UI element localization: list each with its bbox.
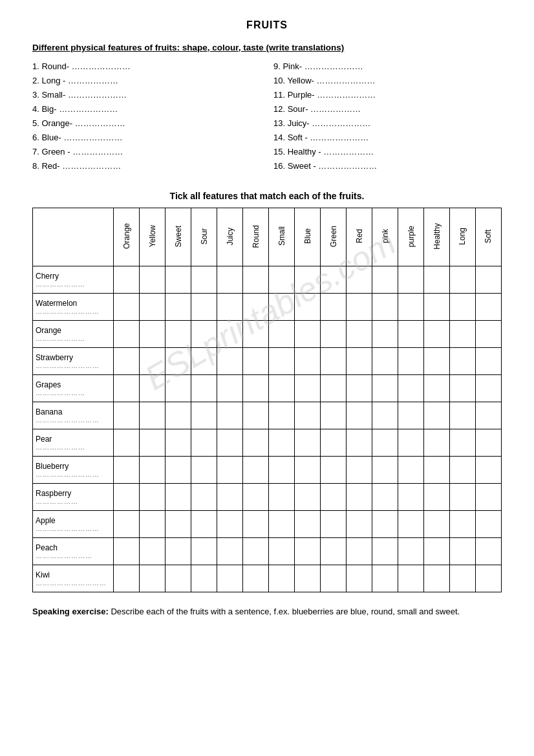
tick-cell[interactable]	[269, 484, 295, 511]
tick-cell[interactable]	[424, 348, 450, 375]
tick-cell[interactable]	[398, 538, 424, 565]
tick-cell[interactable]	[347, 375, 372, 402]
tick-cell[interactable]	[372, 375, 398, 402]
tick-cell[interactable]	[295, 565, 321, 592]
tick-cell[interactable]	[243, 511, 269, 538]
tick-cell[interactable]	[450, 348, 476, 375]
tick-cell[interactable]	[191, 348, 217, 375]
tick-cell[interactable]	[191, 294, 217, 321]
tick-cell[interactable]	[372, 266, 398, 294]
tick-cell[interactable]	[243, 375, 269, 402]
tick-cell[interactable]	[475, 348, 501, 375]
tick-cell[interactable]	[114, 457, 140, 484]
tick-cell[interactable]	[398, 375, 424, 402]
tick-cell[interactable]	[269, 266, 295, 294]
tick-cell[interactable]	[140, 348, 166, 375]
tick-cell[interactable]	[347, 348, 372, 375]
tick-cell[interactable]	[450, 538, 476, 565]
tick-cell[interactable]	[295, 402, 321, 429]
tick-cell[interactable]	[321, 429, 347, 457]
tick-cell[interactable]	[269, 429, 295, 457]
tick-cell[interactable]	[269, 538, 295, 565]
tick-cell[interactable]	[166, 484, 191, 511]
tick-cell[interactable]	[114, 348, 140, 375]
tick-cell[interactable]	[424, 484, 450, 511]
tick-cell[interactable]	[424, 565, 450, 592]
tick-cell[interactable]	[398, 348, 424, 375]
tick-cell[interactable]	[424, 538, 450, 565]
tick-cell[interactable]	[424, 321, 450, 348]
tick-cell[interactable]	[424, 402, 450, 429]
tick-cell[interactable]	[166, 565, 191, 592]
tick-cell[interactable]	[450, 429, 476, 457]
tick-cell[interactable]	[269, 375, 295, 402]
tick-cell[interactable]	[398, 484, 424, 511]
tick-cell[interactable]	[475, 484, 501, 511]
tick-cell[interactable]	[372, 538, 398, 565]
tick-cell[interactable]	[475, 538, 501, 565]
tick-cell[interactable]	[475, 429, 501, 457]
tick-cell[interactable]	[114, 294, 140, 321]
tick-cell[interactable]	[321, 484, 347, 511]
tick-cell[interactable]	[475, 375, 501, 402]
tick-cell[interactable]	[217, 321, 243, 348]
tick-cell[interactable]	[166, 429, 191, 457]
tick-cell[interactable]	[269, 348, 295, 375]
tick-cell[interactable]	[269, 294, 295, 321]
tick-cell[interactable]	[114, 565, 140, 592]
tick-cell[interactable]	[217, 538, 243, 565]
tick-cell[interactable]	[398, 294, 424, 321]
tick-cell[interactable]	[295, 266, 321, 294]
tick-cell[interactable]	[372, 457, 398, 484]
tick-cell[interactable]	[114, 484, 140, 511]
tick-cell[interactable]	[217, 294, 243, 321]
tick-cell[interactable]	[243, 429, 269, 457]
tick-cell[interactable]	[295, 321, 321, 348]
tick-cell[interactable]	[114, 375, 140, 402]
tick-cell[interactable]	[243, 402, 269, 429]
tick-cell[interactable]	[114, 429, 140, 457]
tick-cell[interactable]	[347, 266, 372, 294]
tick-cell[interactable]	[475, 294, 501, 321]
tick-cell[interactable]	[166, 294, 191, 321]
tick-cell[interactable]	[140, 402, 166, 429]
tick-cell[interactable]	[269, 565, 295, 592]
tick-cell[interactable]	[295, 511, 321, 538]
tick-cell[interactable]	[191, 457, 217, 484]
tick-cell[interactable]	[269, 402, 295, 429]
tick-cell[interactable]	[166, 511, 191, 538]
tick-cell[interactable]	[295, 484, 321, 511]
tick-cell[interactable]	[295, 348, 321, 375]
tick-cell[interactable]	[321, 294, 347, 321]
tick-cell[interactable]	[347, 402, 372, 429]
tick-cell[interactable]	[140, 565, 166, 592]
tick-cell[interactable]	[114, 402, 140, 429]
tick-cell[interactable]	[450, 402, 476, 429]
tick-cell[interactable]	[321, 538, 347, 565]
tick-cell[interactable]	[166, 538, 191, 565]
tick-cell[interactable]	[140, 484, 166, 511]
tick-cell[interactable]	[321, 266, 347, 294]
tick-cell[interactable]	[450, 266, 476, 294]
tick-cell[interactable]	[166, 266, 191, 294]
tick-cell[interactable]	[398, 402, 424, 429]
tick-cell[interactable]	[243, 348, 269, 375]
tick-cell[interactable]	[372, 511, 398, 538]
tick-cell[interactable]	[217, 375, 243, 402]
tick-cell[interactable]	[140, 321, 166, 348]
tick-cell[interactable]	[191, 266, 217, 294]
tick-cell[interactable]	[114, 321, 140, 348]
tick-cell[interactable]	[217, 348, 243, 375]
tick-cell[interactable]	[347, 321, 372, 348]
tick-cell[interactable]	[347, 538, 372, 565]
tick-cell[interactable]	[475, 266, 501, 294]
tick-cell[interactable]	[166, 375, 191, 402]
tick-cell[interactable]	[140, 429, 166, 457]
tick-cell[interactable]	[424, 457, 450, 484]
tick-cell[interactable]	[475, 457, 501, 484]
tick-cell[interactable]	[321, 321, 347, 348]
tick-cell[interactable]	[321, 375, 347, 402]
tick-cell[interactable]	[450, 511, 476, 538]
tick-cell[interactable]	[475, 321, 501, 348]
tick-cell[interactable]	[140, 375, 166, 402]
